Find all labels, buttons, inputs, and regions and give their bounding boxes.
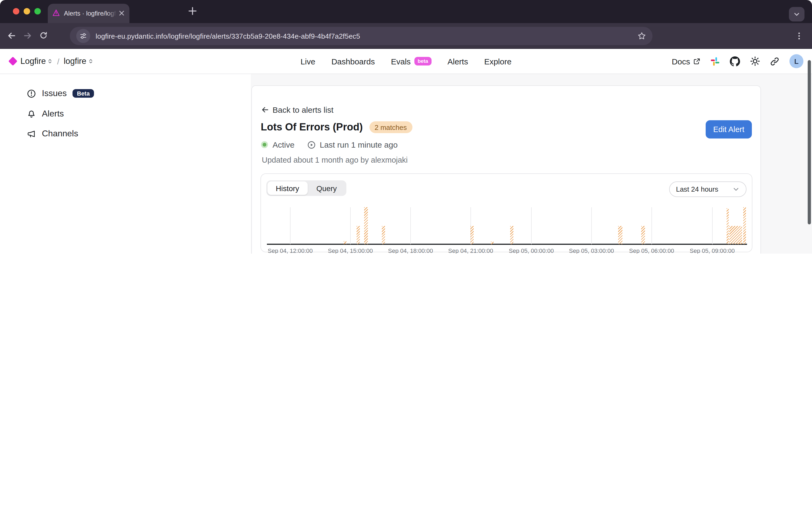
history-card: History Query Last 24 hours Sep 04, 12:0… [260,173,752,252]
slack-icon[interactable] [710,57,720,66]
edit-alert-button[interactable]: Edit Alert [706,120,752,138]
tab-search-button[interactable] [789,7,805,21]
nav-item-evals[interactable]: Evalsbeta [391,57,431,66]
sidebar: Issues Beta Alerts Channels [0,74,251,253]
reload-icon[interactable] [39,32,48,40]
x-tick-label: Sep 04, 18:00:00 [388,247,433,253]
nav-label: Alerts [447,57,468,66]
tab-close-icon[interactable] [119,10,124,16]
x-tick-label: Sep 04, 21:00:00 [448,247,493,253]
theme-sun-icon[interactable] [750,56,760,66]
beta-badge: Beta [73,89,94,98]
page-scrollbar-thumb[interactable] [807,60,811,224]
nav-label: Evals [391,57,411,66]
alert-detail-card: Back to alerts list Lots Of Errors (Prod… [251,86,761,253]
sidebar-label: Channels [42,129,78,138]
sidebar-item-issues[interactable]: Issues Beta [27,89,94,98]
gridline [290,207,291,244]
chevron-updown-icon [88,58,94,64]
org-name: Logfire [20,56,46,66]
x-tick-label: Sep 04, 12:00:00 [268,247,313,253]
histogram-bar [357,226,360,244]
tab-title: Alerts · logfire/logfire · Pydant [64,10,116,17]
alert-status-row: Active Last run 1 minute ago [261,140,398,149]
history-query-tabs: History Query [266,180,346,196]
docs-label: Docs [672,57,690,66]
nav-label: Explore [484,57,511,66]
forward-icon[interactable] [23,31,32,40]
gridline [531,207,532,244]
window-controls[interactable] [13,8,41,14]
breadcrumb-separator: / [57,57,59,66]
gridline [350,207,351,244]
x-axis-line [267,244,747,245]
nav-label: Dashboards [331,57,375,66]
bell-icon [27,109,36,118]
nav-item-dashboards[interactable]: Dashboards [331,57,375,66]
app-navbar: Logfire / logfire Live Dashboards Evalsb… [0,49,812,74]
sidebar-item-alerts[interactable]: Alerts [27,109,64,118]
docs-link[interactable]: Docs [672,57,700,66]
histogram-bar [470,226,474,244]
screenshot-stage: Alerts · logfire/logfire · Pydant logfir… [0,0,812,253]
x-tick-label: Sep 05, 09:00:00 [690,247,735,253]
gridline [592,207,592,244]
histogram-bar [726,208,728,244]
matches-badge: 2 matches [369,121,412,133]
url-text: logfire-eu.pydantic.info/logfire/logfire… [96,32,638,40]
histogram-bar [641,226,645,244]
project-switcher[interactable]: logfire [64,56,93,66]
user-avatar[interactable]: L [790,54,803,68]
alert-title: Lots Of Errors (Prod) [261,121,363,133]
matches-histogram [267,207,747,244]
issue-seal-icon [27,89,36,98]
new-tab-button[interactable] [187,6,198,16]
main-nav: Live Dashboards Evalsbeta Alerts Explore [301,49,511,73]
back-to-alerts-link[interactable]: Back to alerts list [261,105,333,114]
logfire-logo-icon [8,57,17,66]
browser-tab-strip: Alerts · logfire/logfire · Pydant [0,0,812,23]
zoom-window-button[interactable] [34,8,41,14]
tab-history[interactable]: History [267,181,308,195]
share-link-icon[interactable] [770,57,779,66]
x-tick-label: Sep 05, 06:00:00 [629,247,674,253]
megaphone-icon [27,129,36,138]
sidebar-item-channels[interactable]: Channels [27,129,78,138]
last-run-label: Last run 1 minute ago [320,140,398,149]
sidebar-label: Alerts [42,109,64,118]
back-icon[interactable] [7,31,16,40]
last-run: Last run 1 minute ago [308,140,398,149]
play-circle-icon [308,140,316,149]
gridline [712,207,713,244]
histogram-bar [491,241,493,244]
github-icon[interactable] [730,56,740,66]
minimize-window-button[interactable] [23,8,30,14]
site-settings-icon[interactable] [76,29,90,43]
nav-label: Live [301,57,315,66]
nav-right-cluster: Docs L [672,49,803,73]
browser-menu-icon[interactable] [795,32,803,40]
nav-item-explore[interactable]: Explore [484,57,511,66]
close-window-button[interactable] [13,8,19,14]
bookmark-star-icon[interactable] [638,32,646,40]
gridline [411,207,411,244]
browser-tab[interactable]: Alerts · logfire/logfire · Pydant [48,4,129,23]
pydantic-favicon-icon [52,9,60,17]
nav-item-alerts[interactable]: Alerts [447,57,468,66]
tab-query[interactable]: Query [308,181,345,195]
histogram-bar [744,207,746,244]
time-range-dropdown[interactable]: Last 24 hours [669,181,746,197]
histogram-bar [510,226,514,244]
x-tick-label: Sep 04, 15:00:00 [328,247,373,253]
nav-item-live[interactable]: Live [301,57,315,66]
sidebar-label: Issues [42,89,67,98]
external-link-icon [693,58,700,65]
histogram-bar [382,226,385,244]
x-tick-label: Sep 05, 03:00:00 [569,247,614,253]
time-range-value: Last 24 hours [676,185,718,193]
histogram-bar [618,226,622,244]
url-bar[interactable]: logfire-eu.pydantic.info/logfire/logfire… [70,27,652,45]
browser-toolbar: logfire-eu.pydantic.info/logfire/logfire… [0,23,812,49]
org-switcher[interactable]: Logfire [20,56,53,66]
beta-badge: beta [414,57,431,65]
